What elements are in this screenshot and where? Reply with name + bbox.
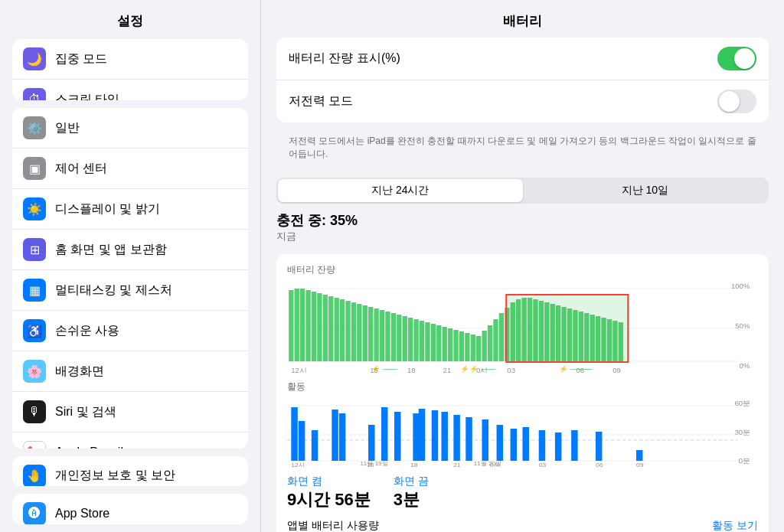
svg-rect-23 xyxy=(385,312,390,361)
svg-rect-84 xyxy=(291,407,297,461)
activity-chart-wrap: 60분 30분 0분 xyxy=(287,398,758,467)
sidebar-item-accessibility[interactable]: ♿ 손쉬운 사용 xyxy=(12,311,248,351)
sidebar-item-privacy[interactable]: 🤚 개인정보 보호 및 보안 xyxy=(12,456,248,487)
sidebar-label-homescreen: 홈 화면 및 앱 보관함 xyxy=(55,242,167,258)
svg-rect-85 xyxy=(299,421,305,461)
svg-rect-86 xyxy=(312,430,318,461)
app-usage-title: 앱별 배터리 사용량 xyxy=(287,519,379,532)
appstore-icon: 🅐 xyxy=(23,502,46,524)
svg-rect-7 xyxy=(295,289,299,361)
svg-rect-97 xyxy=(466,417,472,461)
sidebar-item-wallpaper[interactable]: 🌸 배경화면 xyxy=(12,351,248,392)
svg-rect-37 xyxy=(465,333,469,361)
svg-text:0시: 0시 xyxy=(476,367,488,373)
battery-percent-toggle[interactable] xyxy=(717,47,756,70)
sidebar-item-display[interactable]: ☀️ 디스플레이 및 밝기 xyxy=(12,189,248,230)
svg-rect-101 xyxy=(523,427,529,461)
sidebar-item-homescreen[interactable]: ⊞ 홈 화면 및 앱 보관함 xyxy=(12,230,248,270)
privacy-icon: 🤚 xyxy=(23,465,46,487)
svg-text:100%: 100% xyxy=(731,282,750,290)
svg-rect-38 xyxy=(471,335,475,361)
svg-rect-42 xyxy=(493,319,498,361)
sidebar-item-appstore[interactable]: 🅐 App Store xyxy=(12,494,248,524)
svg-rect-25 xyxy=(397,315,401,361)
svg-rect-87 xyxy=(332,410,338,461)
svg-text:15: 15 xyxy=(370,367,378,373)
svg-text:09: 09 xyxy=(612,367,621,373)
sidebar-item-general[interactable]: ⚙️ 일반 xyxy=(12,108,248,149)
segment-24h[interactable]: 지난 24시간 xyxy=(278,179,523,202)
svg-rect-21 xyxy=(374,308,378,361)
sidebar-label-focus: 집중 모드 xyxy=(55,51,107,67)
svg-rect-8 xyxy=(300,289,305,361)
low-power-toggle[interactable] xyxy=(717,90,756,113)
svg-rect-32 xyxy=(436,325,441,361)
svg-rect-12 xyxy=(323,295,328,361)
svg-rect-94 xyxy=(432,410,438,461)
wallpaper-icon: 🌸 xyxy=(23,360,46,383)
sidebar-label-accessibility: 손쉬운 사용 xyxy=(55,323,119,339)
siri-icon: 🎙 xyxy=(23,400,46,423)
svg-rect-9 xyxy=(305,290,310,361)
sidebar-label-privacy: 개인정보 보호 및 보안 xyxy=(55,468,175,484)
svg-text:11월 19일: 11월 19일 xyxy=(360,460,387,467)
focus-icon: 🌙 xyxy=(23,47,46,70)
svg-rect-40 xyxy=(482,331,486,361)
sidebar-label-wallpaper: 배경화면 xyxy=(55,364,104,380)
svg-text:06: 06 xyxy=(596,462,603,467)
svg-rect-69 xyxy=(506,295,628,362)
svg-rect-11 xyxy=(317,293,322,361)
svg-rect-10 xyxy=(312,292,316,361)
sidebar-item-pencil[interactable]: ✏️ Apple Pencil xyxy=(12,432,248,448)
svg-rect-105 xyxy=(596,432,602,461)
sidebar-label-display: 디스플레이 및 밝기 xyxy=(55,201,160,217)
controlcenter-icon: ▣ xyxy=(23,157,46,180)
svg-rect-33 xyxy=(443,327,447,361)
main-panel: 배터리 배터리 잔량 표시(%) 저전력 모드 저전력 모드에서는 iPad를 … xyxy=(261,0,784,532)
svg-text:18: 18 xyxy=(410,462,418,467)
sidebar-item-screentime[interactable]: ⏱ 스크린 타임 xyxy=(12,80,248,100)
sidebar-group-1: 🌙 집중 모드 ⏱ 스크린 타임 xyxy=(12,39,248,100)
app-usage-link[interactable]: 활동 보기 xyxy=(712,519,758,532)
svg-rect-102 xyxy=(539,430,545,461)
sidebar-label-pencil: Apple Pencil xyxy=(55,446,123,448)
main-content: 배터리 잔량 표시(%) 저전력 모드 저전력 모드에서는 iPad를 완전히 … xyxy=(261,38,784,532)
svg-rect-93 xyxy=(419,409,425,461)
low-power-row: 저전력 모드 xyxy=(276,80,769,122)
svg-rect-96 xyxy=(453,415,459,461)
screen-off-item: 화면 끔 3분 xyxy=(394,475,429,511)
svg-text:0분: 0분 xyxy=(739,457,750,465)
svg-text:11월 20일: 11월 20일 xyxy=(474,460,501,467)
svg-rect-95 xyxy=(441,412,447,461)
svg-rect-103 xyxy=(555,432,561,461)
svg-rect-41 xyxy=(488,325,492,361)
accessibility-icon: ♿ xyxy=(23,319,46,342)
svg-text:21: 21 xyxy=(453,462,461,467)
sidebar-item-multitasking[interactable]: ▦ 멀티태스킹 및 제스처 xyxy=(12,270,248,311)
svg-text:30분: 30분 xyxy=(735,429,750,436)
sidebar-label-controlcenter: 제어 센터 xyxy=(55,161,107,177)
low-power-label: 저전력 모드 xyxy=(289,93,353,109)
app-usage-header: 앱별 배터리 사용량 활동 보기 xyxy=(287,519,758,532)
pencil-icon: ✏️ xyxy=(23,441,46,448)
sidebar-item-siri[interactable]: 🎙 Siri 및 검색 xyxy=(12,392,248,432)
svg-rect-90 xyxy=(381,407,387,461)
svg-rect-36 xyxy=(459,331,464,361)
svg-rect-99 xyxy=(497,425,503,461)
sidebar-item-focus[interactable]: 🌙 집중 모드 xyxy=(12,39,248,80)
svg-rect-26 xyxy=(403,316,407,361)
toggle-thumb-off xyxy=(719,91,740,112)
svg-rect-24 xyxy=(391,313,396,361)
sidebar-item-controlcenter[interactable]: ▣ 제어 센터 xyxy=(12,149,248,189)
svg-rect-106 xyxy=(636,450,642,461)
svg-rect-89 xyxy=(368,425,374,461)
time-segment-control[interactable]: 지난 24시간 지난 10일 xyxy=(276,178,769,204)
segment-10d[interactable]: 지난 10일 xyxy=(523,179,768,202)
svg-rect-27 xyxy=(408,318,413,361)
svg-text:21: 21 xyxy=(443,367,452,373)
svg-text:0%: 0% xyxy=(740,362,750,370)
activity-chart-svg: 60분 30분 0분 xyxy=(287,398,758,467)
svg-rect-22 xyxy=(380,310,384,361)
sidebar-title: 설정 xyxy=(0,0,260,39)
sidebar-label-multitasking: 멀티태스킹 및 제스처 xyxy=(55,282,172,299)
